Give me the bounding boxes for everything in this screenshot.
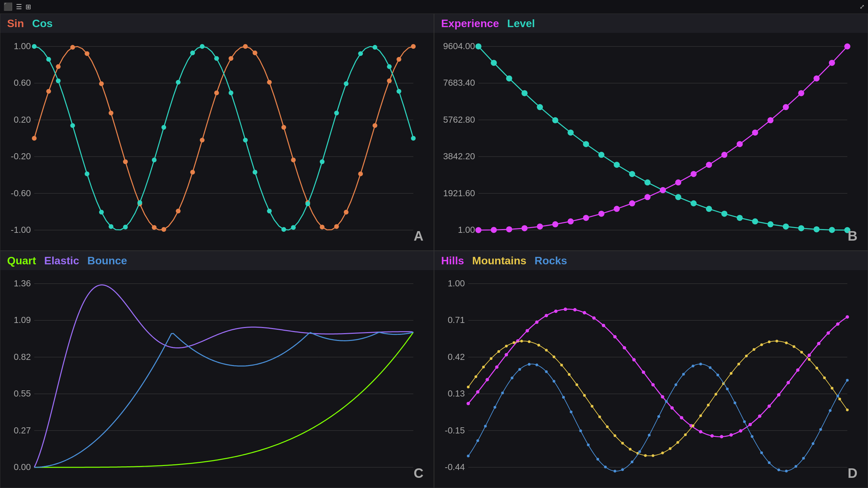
panel-a-header: Sin Cos <box>0 14 434 33</box>
tab-sin[interactable]: Sin <box>7 17 24 30</box>
panel-c: Quart Elastic Bounce C <box>0 251 434 488</box>
chart-b <box>434 33 868 250</box>
tab-quart[interactable]: Quart <box>7 255 36 267</box>
panel-b: Experience Level B <box>434 14 868 251</box>
grid-icon[interactable]: ⊞ <box>25 3 31 11</box>
panel-label-d: D <box>848 466 857 481</box>
tab-elastic[interactable]: Elastic <box>44 255 79 267</box>
panel-label-a: A <box>414 228 423 244</box>
tab-hills[interactable]: Hills <box>441 255 464 267</box>
tab-bounce[interactable]: Bounce <box>87 255 127 267</box>
panel-label-c: C <box>414 466 423 481</box>
panel-c-header: Quart Elastic Bounce <box>0 251 434 270</box>
panel-label-b: B <box>848 228 857 244</box>
tab-experience[interactable]: Experience <box>441 17 499 30</box>
tab-mountains[interactable]: Mountains <box>472 255 527 267</box>
expand-icon[interactable]: ⤢ <box>860 3 865 11</box>
panel-b-header: Experience Level <box>434 14 868 33</box>
tab-rocks[interactable]: Rocks <box>535 255 567 267</box>
menu-icon[interactable]: ☰ <box>16 3 22 11</box>
chart-d-container: D <box>434 270 868 488</box>
chart-a <box>0 33 434 250</box>
chart-c <box>0 270 434 488</box>
top-bar: ⬛ ☰ ⊞ ⤢ <box>0 0 868 14</box>
chart-c-container: C <box>0 270 434 488</box>
panel-d-header: Hills Mountains Rocks <box>434 251 868 270</box>
roblox-icon: ⬛ <box>3 2 13 11</box>
panel-a: Sin Cos A <box>0 14 434 251</box>
chart-b-container: B <box>434 33 868 250</box>
tab-cos[interactable]: Cos <box>32 17 53 30</box>
chart-a-container: A <box>0 33 434 250</box>
tab-level[interactable]: Level <box>507 17 535 30</box>
panel-d: Hills Mountains Rocks D <box>434 251 868 488</box>
chart-d <box>434 270 868 488</box>
